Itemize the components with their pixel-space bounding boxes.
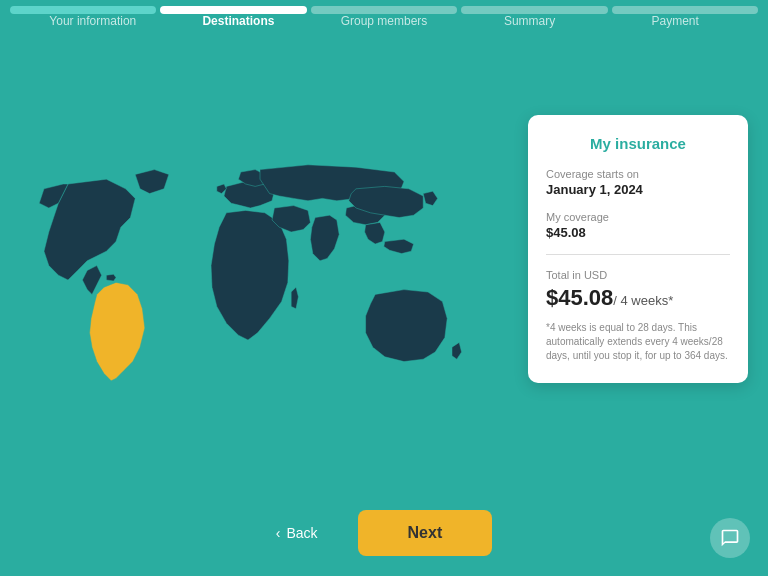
progress-segment-2 <box>160 6 306 14</box>
step-destinations: Destinations <box>166 14 312 28</box>
progress-segment-4 <box>461 6 607 14</box>
bottom-navigation: ‹ Back Next <box>0 510 768 556</box>
progress-segment-1 <box>10 6 156 14</box>
chat-icon <box>720 528 740 548</box>
back-label: Back <box>286 525 317 541</box>
step-summary: Summary <box>457 14 603 28</box>
world-map-svg <box>20 90 500 470</box>
insurance-card-title: My insurance <box>546 135 730 152</box>
coverage-starts-date: January 1, 2024 <box>546 182 730 197</box>
step-your-information: Your information <box>20 14 166 28</box>
step-group-members: Group members <box>311 14 457 28</box>
chevron-left-icon: ‹ <box>276 525 281 541</box>
total-amount: $45.08/ 4 weeks* <box>546 285 730 311</box>
next-button[interactable]: Next <box>358 510 493 556</box>
world-map-container <box>20 90 500 470</box>
card-divider <box>546 254 730 255</box>
steps-nav: Your information Destinations Group memb… <box>0 14 768 28</box>
card-footnote: *4 weeks is equal to 28 days. This autom… <box>546 321 730 363</box>
progress-segment-5 <box>612 6 758 14</box>
my-coverage-label: My coverage <box>546 211 730 223</box>
insurance-card: My insurance Coverage starts on January … <box>528 115 748 383</box>
progress-bar <box>0 0 768 10</box>
coverage-starts-label: Coverage starts on <box>546 168 730 180</box>
my-coverage-value: $45.08 <box>546 225 730 240</box>
back-button[interactable]: ‹ Back <box>276 525 318 541</box>
step-payment: Payment <box>602 14 748 28</box>
chat-button[interactable] <box>710 518 750 558</box>
per-period: / 4 weeks* <box>613 293 673 308</box>
total-in-usd-label: Total in USD <box>546 269 730 281</box>
progress-segment-3 <box>311 6 457 14</box>
